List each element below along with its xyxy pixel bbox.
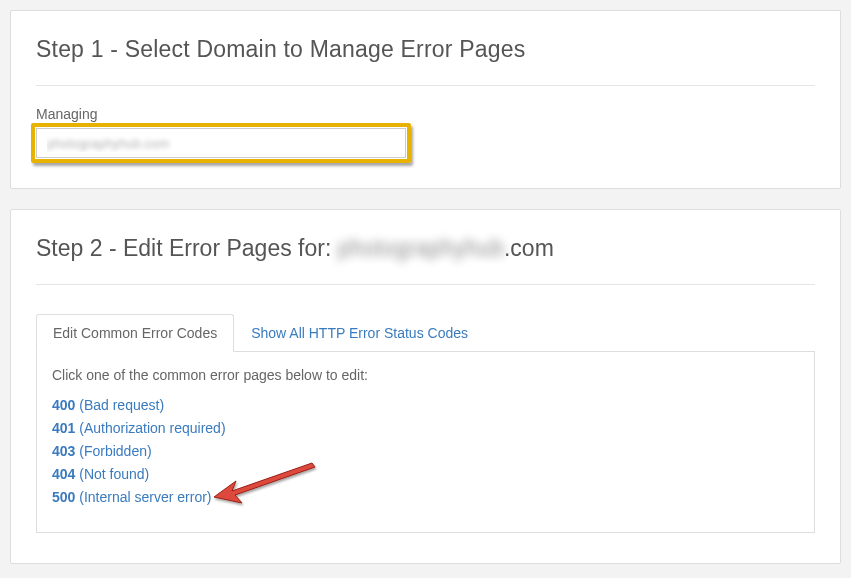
error-desc: (Forbidden)	[79, 443, 151, 459]
tab-content: Click one of the common error pages belo…	[36, 352, 815, 533]
step2-heading-suffix: .com	[504, 235, 554, 261]
step2-panel: Step 2 - Edit Error Pages for: photograp…	[10, 209, 841, 564]
step2-heading: Step 2 - Edit Error Pages for: photograp…	[36, 235, 815, 285]
error-link-500[interactable]: 500 (Internal server error)	[52, 489, 799, 505]
tab-edit-common[interactable]: Edit Common Error Codes	[36, 314, 234, 352]
step1-heading: Step 1 - Select Domain to Manage Error P…	[36, 36, 815, 86]
error-link-403[interactable]: 403 (Forbidden)	[52, 443, 799, 459]
domain-select-wrap: photographyhub.com	[36, 128, 406, 158]
error-desc: (Bad request)	[79, 397, 164, 413]
error-link-401[interactable]: 401 (Authorization required)	[52, 420, 799, 436]
error-link-404[interactable]: 404 (Not found)	[52, 466, 799, 482]
error-desc: (Authorization required)	[79, 420, 225, 436]
step2-heading-domain: photographyhub	[338, 235, 504, 261]
domain-select[interactable]: photographyhub.com	[36, 128, 406, 158]
tabs-row: Edit Common Error Codes Show All HTTP Er…	[36, 313, 815, 352]
step1-panel: Step 1 - Select Domain to Manage Error P…	[10, 10, 841, 189]
error-desc: (Not found)	[79, 466, 149, 482]
managing-label: Managing	[36, 106, 815, 122]
error-code: 403	[52, 443, 75, 459]
error-link-400[interactable]: 400 (Bad request)	[52, 397, 799, 413]
error-desc: (Internal server error)	[79, 489, 211, 505]
step2-heading-prefix: Step 2 - Edit Error Pages for:	[36, 235, 338, 261]
error-code: 401	[52, 420, 75, 436]
tab-show-all[interactable]: Show All HTTP Error Status Codes	[234, 314, 485, 352]
error-code: 400	[52, 397, 75, 413]
error-code: 500	[52, 489, 75, 505]
error-code: 404	[52, 466, 75, 482]
instruction-text: Click one of the common error pages belo…	[52, 367, 799, 383]
